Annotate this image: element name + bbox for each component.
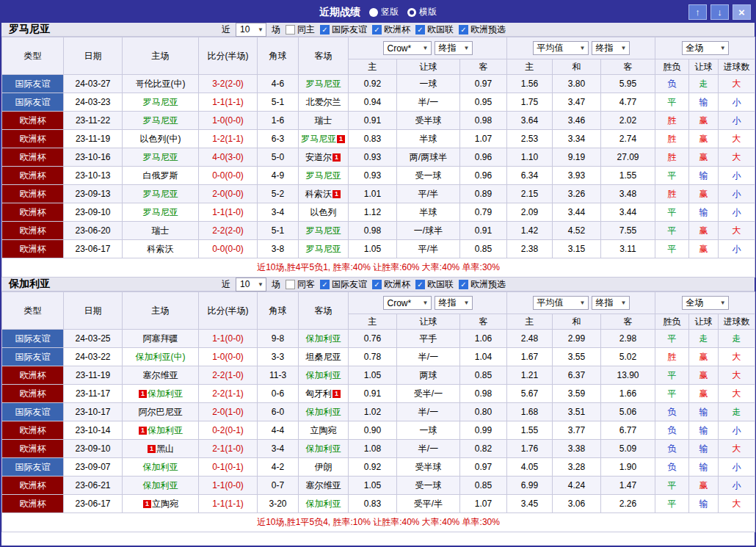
match-date: 23-06-20 (64, 222, 123, 240)
match-row[interactable]: 欧洲杯23-09-10罗马尼亚1-1(1-0)3-4以色列1.12半球0.792… (2, 203, 755, 222)
match-row[interactable]: 欧洲杯23-11-19以色列(中)1-2(1-1)6-3罗马尼亚10.83半球1… (2, 130, 755, 148)
match-row[interactable]: 国际友谊24-03-25阿塞拜疆1-1(0-0)9-8保加利亚0.76平手1.0… (2, 330, 755, 348)
match-row[interactable]: 国际友谊24-03-27哥伦比亚(中)3-2(2-0)4-6罗马尼亚0.92一球… (2, 75, 755, 93)
filter-competition-2[interactable]: ✓欧国联 (415, 23, 454, 36)
red-card-badge: 1 (139, 390, 147, 398)
chevron-down-icon: ▼ (464, 300, 470, 306)
red-card-badge: 1 (148, 445, 156, 453)
layout-radio-vertical[interactable]: 竖版 (369, 6, 399, 18)
avg-away-odds: 5.06 (601, 403, 655, 421)
column-subheader: 和 (553, 314, 601, 330)
corners: 11-3 (258, 366, 299, 385)
score: 1-1(1-1) (199, 495, 258, 513)
result-goals: 大 (719, 495, 755, 513)
handicap-line: 受半球 (397, 458, 460, 477)
match-row[interactable]: 欧洲杯23-06-171立陶宛1-1(1-1)3-20保加利亚0.83受平/半1… (2, 495, 755, 513)
match-row[interactable]: 国际友谊24-03-23罗马尼亚1-1(1-1)5-1北爱尔兰0.94半/一0.… (2, 93, 755, 112)
handicap-line: 半/一 (397, 403, 460, 421)
result-outcome: 负 (655, 458, 689, 477)
fulltime-select[interactable]: 全场▼ (682, 41, 729, 55)
handicap-away-odds: 0.97 (460, 458, 507, 477)
filter-competition-3[interactable]: ✓欧洲预选 (459, 23, 506, 36)
average-select[interactable]: 平均值▼ (533, 296, 589, 310)
result-outcome: 胜 (655, 148, 689, 167)
handicap-line: 受半/一 (397, 385, 460, 403)
filter-competition-0[interactable]: ✓国际友谊 (320, 23, 367, 36)
handicap-line: 一球 (397, 75, 460, 93)
games-count-select[interactable]: 10▼ (236, 23, 266, 37)
checked-checkbox-icon: ✓ (372, 280, 382, 289)
avg-draw-odds: 2.99 (553, 330, 601, 348)
move-down-button[interactable]: ↓ (710, 4, 729, 20)
match-row[interactable]: 欧洲杯23-06-21保加利亚1-1(0-0)0-7塞尔维亚1.05受一球0.8… (2, 477, 755, 495)
final-index-select[interactable]: 终指▼ (592, 41, 630, 55)
match-row[interactable]: 欧洲杯23-10-13白俄罗斯0-0(0-0)4-9罗马尼亚0.93受一球0.9… (2, 167, 755, 185)
final-index-select[interactable]: 终指▼ (435, 296, 473, 310)
result-goals: 小 (719, 112, 755, 130)
avg-draw-odds: 6.37 (553, 366, 601, 385)
result-outcome: 平 (655, 495, 689, 513)
radio-selected-icon (407, 8, 416, 17)
recent-results-window: 近期战绩 竖版 横版 ↑ ↓ × 罗马尼亚近10▼场同主✓国际友谊✓欧洲杯✓欧国… (0, 0, 756, 547)
final-index-select[interactable]: 终指▼ (435, 41, 473, 55)
score: 4-0(3-0) (199, 148, 258, 167)
match-row[interactable]: 欧洲杯23-09-13罗马尼亚2-0(0-0)5-2科索沃11.01平/半0.8… (2, 185, 755, 203)
filter-same-venue[interactable]: 同主 (286, 23, 315, 36)
games-count-select[interactable]: 10▼ (236, 278, 266, 291)
chevron-down-icon: ▼ (580, 300, 586, 306)
match-type: 欧洲杯 (2, 222, 64, 240)
corners: 5-2 (258, 185, 299, 203)
bookmaker-select[interactable]: Crow*▼ (383, 41, 432, 55)
chevron-down-icon: ▼ (423, 300, 429, 306)
column-header: 主场 (123, 37, 199, 75)
match-row[interactable]: 欧洲杯23-06-20瑞士2-2(2-0)5-1罗马尼亚0.98一/球半0.91… (2, 222, 755, 240)
layout-horizontal-label: 横版 (419, 6, 437, 18)
match-row[interactable]: 欧洲杯23-10-141保加利亚0-2(0-1)4-4立陶宛0.90一球0.99… (2, 421, 755, 440)
match-row[interactable]: 欧洲杯23-09-101黑山2-1(1-0)3-4保加利亚1.08半/一0.82… (2, 440, 755, 458)
layout-radio-horizontal[interactable]: 横版 (407, 6, 437, 18)
avg-home-odds: 1.67 (507, 348, 553, 366)
handicap-home-odds: 0.91 (349, 385, 397, 403)
home-team: 哥伦比亚(中) (123, 75, 199, 93)
corners: 5-1 (258, 93, 299, 112)
avg-draw-odds: 3.34 (553, 130, 601, 148)
result-handicap: 赢 (689, 348, 719, 366)
result-outcome: 平 (655, 222, 689, 240)
match-row[interactable]: 欧洲杯23-11-171保加利亚2-2(1-1)0-6匈牙利10.91受半/一0… (2, 385, 755, 403)
checked-checkbox-icon: ✓ (459, 25, 468, 35)
away-team: 立陶宛 (299, 421, 349, 440)
column-subheader: 客 (460, 59, 507, 75)
filter-competition-2[interactable]: ✓欧国联 (415, 278, 454, 291)
match-row[interactable]: 国际友谊23-10-17阿尔巴尼亚2-0(1-0)6-0保加利亚1.02半/一0… (2, 403, 755, 421)
final-index-select[interactable]: 终指▼ (592, 296, 630, 310)
match-row[interactable]: 国际友谊24-03-22保加利亚(中)1-0(0-0)3-3坦桑尼亚0.78半/… (2, 348, 755, 366)
filter-competition-3[interactable]: ✓欧洲预选 (459, 278, 506, 291)
match-row[interactable]: 国际友谊23-09-07保加利亚0-1(0-1)4-2伊朗0.92受半球0.97… (2, 458, 755, 477)
match-type: 国际友谊 (2, 348, 64, 366)
filter-competition-0[interactable]: ✓国际友谊 (320, 278, 367, 291)
column-header: 日期 (64, 292, 123, 330)
results-table-1: 类型日期主场比分(半场)角球客场Crow*▼终指▼平均值▼终指▼全场▼主让球客主… (1, 291, 755, 532)
filter-competition-1[interactable]: ✓欧洲杯 (372, 23, 410, 36)
match-row[interactable]: 欧洲杯23-06-17科索沃0-0(0-0)3-8罗马尼亚1.05平/半0.85… (2, 240, 755, 258)
average-select[interactable]: 平均值▼ (533, 41, 589, 55)
result-outcome: 平 (655, 203, 689, 222)
handicap-home-odds: 0.76 (349, 330, 397, 348)
avg-draw-odds: 3.28 (553, 458, 601, 477)
handicap-home-odds: 0.90 (349, 421, 397, 440)
match-row[interactable]: 欧洲杯23-11-19塞尔维亚2-2(1-0)11-3保加利亚1.05两球0.8… (2, 366, 755, 385)
match-row[interactable]: 欧洲杯23-10-16罗马尼亚4-0(3-0)5-0安道尔10.93两/两球半0… (2, 148, 755, 167)
result-goals: 小 (719, 167, 755, 185)
fulltime-select[interactable]: 全场▼ (682, 296, 729, 310)
near-label: 近 (222, 278, 230, 291)
close-button[interactable]: × (733, 4, 751, 20)
avg-away-odds: 13.90 (601, 366, 655, 385)
bookmaker-select[interactable]: Crow*▼ (383, 296, 432, 310)
match-row[interactable]: 欧洲杯23-11-22罗马尼亚1-0(0-0)1-6瑞士0.91受半球0.983… (2, 112, 755, 130)
filter-competition-1[interactable]: ✓欧洲杯 (372, 278, 410, 291)
filter-same-venue[interactable]: 同客 (286, 278, 315, 291)
avg-home-odds: 3.45 (507, 495, 553, 513)
result-outcome: 负 (655, 440, 689, 458)
move-up-button[interactable]: ↑ (688, 4, 707, 20)
near-label: 近 (222, 23, 230, 36)
